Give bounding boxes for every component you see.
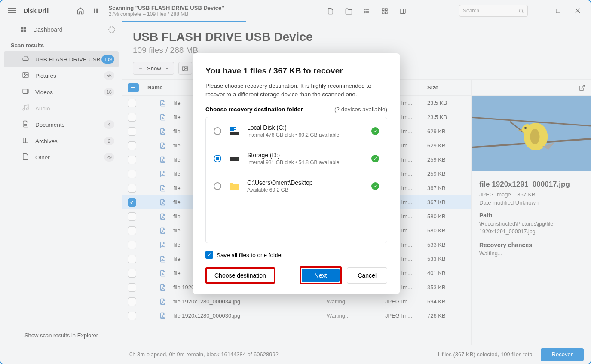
col-size[interactable]: Size [427, 84, 457, 91]
modal-description: Please choose recovery destination. It i… [205, 82, 387, 98]
sidebar-dashboard-label: Dashboard [33, 26, 63, 33]
search-placeholder: Search [463, 8, 479, 14]
destination-option[interactable]: Storage (D:) Internal 931 GB disk • 54.8… [206, 145, 387, 172]
home-icon[interactable] [73, 3, 88, 18]
status-left: 0h 3m elapsed, 0h 9m remain, block 16144… [129, 351, 279, 358]
preview-meta-type: JPEG Image – 367 KB [479, 191, 583, 198]
row-type: JPEG Im... [385, 298, 424, 305]
destination-option[interactable]: C:\Users\0ment\Desktop Available 60.2 GB… [206, 172, 387, 200]
table-row[interactable]: file 1920x1280_000034.jpg Waiting... – J… [122, 294, 471, 309]
sidebar-item-label: Videos [35, 89, 53, 95]
sidebar-item-archives[interactable]: Archives 2 [4, 133, 119, 149]
svg-point-71 [237, 159, 238, 160]
pause-icon[interactable] [88, 3, 104, 18]
svg-rect-21 [24, 27, 26, 29]
panel-icon[interactable] [395, 4, 410, 18]
cancel-button[interactable]: Cancel [347, 267, 387, 284]
scan-progress-text: 27% complete – 109 files / 288 MB [109, 11, 224, 17]
check-icon: ✓ [205, 251, 213, 259]
destination-option[interactable]: Local Disk (C:) Internal 476 GB disk • 6… [206, 117, 387, 145]
row-type: JPEG Im... [385, 312, 424, 319]
svg-rect-0 [94, 9, 95, 13]
svg-rect-9 [385, 9, 387, 11]
app-title: Disk Drill [24, 7, 50, 14]
row-checkbox[interactable] [128, 99, 136, 107]
folder-icon [228, 181, 240, 191]
row-checkbox[interactable] [128, 312, 136, 320]
filter-icon [138, 65, 144, 71]
row-checkbox[interactable] [128, 283, 136, 292]
other-icon [22, 153, 29, 162]
row-size: 259 KB [427, 156, 457, 163]
sidebar-badge: 18 [104, 88, 114, 96]
radio-button[interactable] [214, 127, 221, 135]
dashboard-icon [20, 26, 27, 33]
sidebar-item-other[interactable]: Other 29 [4, 149, 119, 165]
destination-list: Local Disk (C:) Internal 476 GB disk • 6… [205, 117, 387, 243]
show-filter-button[interactable]: Show [133, 62, 174, 75]
row-checkbox[interactable] [128, 127, 136, 136]
sidebar-item-documents[interactable]: Documents 4 [4, 116, 119, 133]
save-all-checkbox[interactable]: ✓ Save all files to one folder [205, 251, 283, 259]
choose-destination-button[interactable]: Choose destination [205, 267, 275, 284]
row-checkbox[interactable] [128, 170, 136, 178]
list-view-icon[interactable] [359, 4, 374, 18]
row-size: 533 KB [427, 242, 457, 248]
svg-point-65 [530, 129, 540, 144]
page-title: USB FLASH DRIVE USB Device [133, 30, 580, 44]
row-checkbox[interactable] [128, 241, 136, 249]
sidebar-item-videos[interactable]: Videos 18 [4, 84, 119, 100]
preview-filename: file 1920x1291_000017.jpg [479, 180, 583, 189]
sidebar-badge: 29 [104, 153, 114, 162]
sidebar-item-pictures[interactable]: Pictures 56 [4, 67, 119, 84]
svg-point-6 [364, 11, 364, 11]
row-size: 580 KB [427, 227, 457, 234]
svg-rect-23 [24, 30, 26, 32]
grid-view-icon[interactable] [377, 4, 392, 18]
sidebar-item-usb-flash-drive-usb-[interactable]: USB FLASH DRIVE USB... 109 [4, 51, 119, 67]
row-checkbox[interactable] [128, 212, 136, 221]
save-all-label: Save all files to one folder [217, 252, 283, 258]
sidebar-item-label: Archives [35, 138, 58, 144]
minimize-button[interactable] [529, 3, 548, 18]
search-input[interactable]: Search [459, 5, 528, 17]
radio-button[interactable] [214, 155, 221, 162]
file-icon[interactable] [323, 4, 338, 18]
row-size: 401 KB [427, 270, 457, 276]
thumbnail-filter-button[interactable] [178, 62, 192, 75]
document-icon [22, 120, 29, 129]
progress-bar [122, 21, 246, 22]
row-checkbox[interactable] [128, 226, 136, 235]
sidebar-dashboard[interactable]: Dashboard [0, 21, 122, 38]
row-checkbox[interactable] [128, 141, 136, 150]
select-all-checkbox[interactable] [128, 83, 139, 92]
svg-rect-12 [400, 9, 405, 14]
row-dash: – [373, 312, 382, 319]
sidebar-badge: 4 [104, 120, 114, 129]
row-status: Waiting... [327, 312, 370, 319]
maximize-button[interactable] [548, 3, 567, 18]
svg-rect-1 [96, 9, 98, 13]
show-in-explorer-button[interactable]: Show scan results in Explorer [0, 326, 122, 345]
row-checkbox[interactable] [128, 269, 136, 278]
radio-button[interactable] [214, 182, 221, 190]
archive-icon [22, 137, 29, 145]
row-checkbox[interactable] [128, 255, 136, 263]
recover-button[interactable]: Recover [541, 348, 584, 361]
table-row[interactable]: file 1920x1280_000030.jpg Waiting... – J… [122, 309, 471, 323]
folder-icon[interactable] [341, 4, 356, 18]
menu-button[interactable] [4, 4, 20, 17]
row-checkbox[interactable] [128, 198, 136, 207]
row-checkbox[interactable] [128, 156, 136, 164]
external-link-icon[interactable] [579, 84, 585, 91]
row-size: 353 KB [427, 284, 457, 291]
close-button[interactable] [568, 3, 587, 18]
next-button[interactable]: Next [302, 269, 340, 282]
sidebar-item-label: Other [35, 154, 50, 161]
row-checkbox[interactable] [128, 297, 136, 306]
sidebar-item-label: Pictures [35, 73, 56, 79]
check-icon: ✓ [371, 127, 379, 135]
sidebar-item-audio[interactable]: Audio [4, 100, 119, 116]
row-checkbox[interactable] [128, 184, 136, 193]
row-checkbox[interactable] [128, 113, 136, 122]
